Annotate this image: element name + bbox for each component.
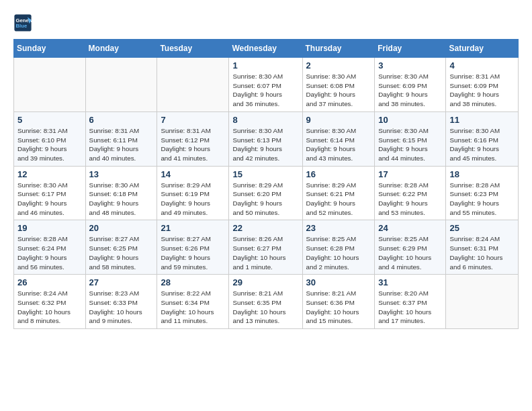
day-number: 23 — [306, 223, 371, 233]
day-number: 1 — [232, 60, 298, 71]
day-info: Sunrise: 8:30 AM Sunset: 6:14 PM Dayligh… — [306, 126, 371, 163]
day-info: Sunrise: 8:30 AM Sunset: 6:15 PM Dayligh… — [378, 126, 442, 163]
day-number: 8 — [232, 115, 298, 125]
day-cell: 1Sunrise: 8:30 AM Sunset: 6:07 PM Daylig… — [229, 58, 302, 112]
day-info: Sunrise: 8:21 AM Sunset: 6:35 PM Dayligh… — [232, 289, 298, 326]
week-row-4: 19Sunrise: 8:28 AM Sunset: 6:24 PM Dayli… — [14, 220, 519, 275]
column-header-wednesday: Wednesday — [229, 40, 302, 58]
day-number: 26 — [17, 277, 82, 287]
day-number: 9 — [306, 115, 371, 125]
column-header-saturday: Saturday — [446, 40, 519, 58]
day-cell: 12Sunrise: 8:30 AM Sunset: 6:17 PM Dayli… — [14, 166, 86, 220]
column-header-friday: Friday — [375, 40, 446, 58]
day-info: Sunrise: 8:25 AM Sunset: 6:29 PM Dayligh… — [378, 234, 442, 271]
day-info: Sunrise: 8:21 AM Sunset: 6:36 PM Dayligh… — [306, 289, 371, 326]
day-cell: 23Sunrise: 8:25 AM Sunset: 6:28 PM Dayli… — [302, 220, 375, 275]
column-header-sunday: Sunday — [14, 40, 86, 58]
day-number: 4 — [449, 60, 515, 71]
day-info: Sunrise: 8:20 AM Sunset: 6:37 PM Dayligh… — [378, 289, 442, 326]
day-info: Sunrise: 8:30 AM Sunset: 6:13 PM Dayligh… — [232, 126, 298, 163]
day-info: Sunrise: 8:27 AM Sunset: 6:25 PM Dayligh… — [89, 234, 154, 271]
day-info: Sunrise: 8:29 AM Sunset: 6:20 PM Dayligh… — [232, 181, 298, 218]
day-info: Sunrise: 8:30 AM Sunset: 6:09 PM Dayligh… — [378, 72, 442, 109]
day-info: Sunrise: 8:28 AM Sunset: 6:22 PM Dayligh… — [378, 181, 442, 218]
day-info: Sunrise: 8:30 AM Sunset: 6:07 PM Dayligh… — [232, 72, 298, 109]
day-cell: 11Sunrise: 8:30 AM Sunset: 6:16 PM Dayli… — [446, 111, 519, 166]
day-cell: 16Sunrise: 8:29 AM Sunset: 6:21 PM Dayli… — [302, 166, 375, 220]
week-row-3: 12Sunrise: 8:30 AM Sunset: 6:17 PM Dayli… — [14, 166, 519, 220]
day-number: 11 — [449, 115, 515, 125]
day-info: Sunrise: 8:30 AM Sunset: 6:17 PM Dayligh… — [17, 181, 82, 218]
day-cell: 24Sunrise: 8:25 AM Sunset: 6:29 PM Dayli… — [375, 220, 446, 275]
day-number: 30 — [306, 277, 371, 287]
day-number: 17 — [378, 169, 442, 179]
day-cell: 17Sunrise: 8:28 AM Sunset: 6:22 PM Dayli… — [375, 166, 446, 220]
day-info: Sunrise: 8:30 AM Sunset: 6:18 PM Dayligh… — [89, 181, 154, 218]
day-info: Sunrise: 8:28 AM Sunset: 6:24 PM Dayligh… — [17, 234, 82, 271]
day-cell: 7Sunrise: 8:31 AM Sunset: 6:12 PM Daylig… — [157, 111, 229, 166]
day-number: 2 — [306, 60, 371, 71]
day-number: 15 — [232, 169, 298, 179]
day-cell: 30Sunrise: 8:21 AM Sunset: 6:36 PM Dayli… — [302, 275, 375, 329]
day-info: Sunrise: 8:26 AM Sunset: 6:27 PM Dayligh… — [232, 234, 298, 271]
day-info: Sunrise: 8:23 AM Sunset: 6:33 PM Dayligh… — [89, 289, 154, 326]
day-number: 29 — [232, 277, 298, 287]
day-number: 21 — [161, 223, 225, 233]
day-number: 12 — [17, 169, 82, 179]
day-cell — [157, 58, 229, 112]
day-number: 14 — [161, 169, 225, 179]
day-number: 27 — [89, 277, 154, 287]
page-header: General Blue — [13, 13, 519, 32]
day-info: Sunrise: 8:31 AM Sunset: 6:11 PM Dayligh… — [89, 126, 154, 163]
day-cell: 2Sunrise: 8:30 AM Sunset: 6:08 PM Daylig… — [302, 58, 375, 112]
day-number: 19 — [17, 223, 82, 233]
week-row-2: 5Sunrise: 8:31 AM Sunset: 6:10 PM Daylig… — [14, 111, 519, 166]
day-number: 5 — [17, 115, 82, 125]
day-info: Sunrise: 8:24 AM Sunset: 6:32 PM Dayligh… — [17, 289, 82, 326]
day-cell: 4Sunrise: 8:31 AM Sunset: 6:09 PM Daylig… — [446, 58, 519, 112]
day-number: 28 — [161, 277, 225, 287]
day-cell: 6Sunrise: 8:31 AM Sunset: 6:11 PM Daylig… — [85, 111, 157, 166]
day-cell: 28Sunrise: 8:22 AM Sunset: 6:34 PM Dayli… — [157, 275, 229, 329]
day-cell: 29Sunrise: 8:21 AM Sunset: 6:35 PM Dayli… — [229, 275, 302, 329]
day-number: 3 — [378, 60, 442, 71]
day-info: Sunrise: 8:30 AM Sunset: 6:08 PM Dayligh… — [306, 72, 371, 109]
day-cell: 31Sunrise: 8:20 AM Sunset: 6:37 PM Dayli… — [375, 275, 446, 329]
week-row-1: 1Sunrise: 8:30 AM Sunset: 6:07 PM Daylig… — [14, 58, 519, 112]
day-number: 13 — [89, 169, 154, 179]
column-header-monday: Monday — [85, 40, 157, 58]
day-cell: 26Sunrise: 8:24 AM Sunset: 6:32 PM Dayli… — [14, 275, 86, 329]
day-cell: 5Sunrise: 8:31 AM Sunset: 6:10 PM Daylig… — [14, 111, 86, 166]
day-info: Sunrise: 8:27 AM Sunset: 6:26 PM Dayligh… — [161, 234, 225, 271]
logo-icon: General Blue — [13, 13, 32, 32]
column-header-thursday: Thursday — [302, 40, 375, 58]
day-info: Sunrise: 8:29 AM Sunset: 6:21 PM Dayligh… — [306, 181, 371, 218]
day-info: Sunrise: 8:29 AM Sunset: 6:19 PM Dayligh… — [161, 181, 225, 218]
day-cell: 13Sunrise: 8:30 AM Sunset: 6:18 PM Dayli… — [85, 166, 157, 220]
week-row-5: 26Sunrise: 8:24 AM Sunset: 6:32 PM Dayli… — [14, 275, 519, 329]
day-info: Sunrise: 8:24 AM Sunset: 6:31 PM Dayligh… — [449, 234, 515, 271]
day-number: 20 — [89, 223, 154, 233]
day-number: 10 — [378, 115, 442, 125]
day-number: 25 — [449, 223, 515, 233]
day-cell: 10Sunrise: 8:30 AM Sunset: 6:15 PM Dayli… — [375, 111, 446, 166]
day-cell: 19Sunrise: 8:28 AM Sunset: 6:24 PM Dayli… — [14, 220, 86, 275]
day-info: Sunrise: 8:28 AM Sunset: 6:23 PM Dayligh… — [449, 181, 515, 218]
svg-text:Blue: Blue — [16, 23, 28, 29]
day-info: Sunrise: 8:30 AM Sunset: 6:16 PM Dayligh… — [449, 126, 515, 163]
day-cell: 3Sunrise: 8:30 AM Sunset: 6:09 PM Daylig… — [375, 58, 446, 112]
day-number: 31 — [378, 277, 442, 287]
day-cell: 22Sunrise: 8:26 AM Sunset: 6:27 PM Dayli… — [229, 220, 302, 275]
column-headers: SundayMondayTuesdayWednesdayThursdayFrid… — [14, 40, 519, 58]
day-info: Sunrise: 8:31 AM Sunset: 6:12 PM Dayligh… — [161, 126, 225, 163]
calendar-table: SundayMondayTuesdayWednesdayThursdayFrid… — [13, 39, 519, 329]
day-number: 22 — [232, 223, 298, 233]
day-number: 6 — [89, 115, 154, 125]
logo: General Blue — [13, 13, 35, 32]
day-number: 24 — [378, 223, 442, 233]
day-cell: 21Sunrise: 8:27 AM Sunset: 6:26 PM Dayli… — [157, 220, 229, 275]
day-number: 7 — [161, 115, 225, 125]
day-cell: 18Sunrise: 8:28 AM Sunset: 6:23 PM Dayli… — [446, 166, 519, 220]
day-info: Sunrise: 8:22 AM Sunset: 6:34 PM Dayligh… — [161, 289, 225, 326]
day-cell: 9Sunrise: 8:30 AM Sunset: 6:14 PM Daylig… — [302, 111, 375, 166]
